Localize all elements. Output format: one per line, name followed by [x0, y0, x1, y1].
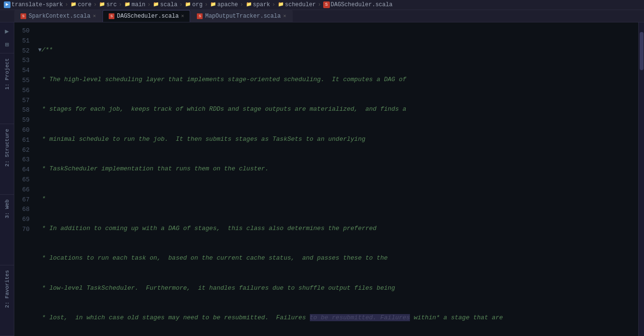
- tab-dagscheduler[interactable]: S DAGScheduler.scala ×: [102, 10, 190, 22]
- tab-bar: S SparkContext.scala × S DAGScheduler.sc…: [0, 10, 644, 22]
- breadcrumb-src[interactable]: src: [106, 1, 117, 8]
- left-sidebar: ▶ ⊞ 1: Project 2: Structure 3: Web 2: Fa…: [0, 22, 14, 336]
- breadcrumb-core[interactable]: core: [78, 1, 92, 8]
- sidebar-favorites-section: 2: Favorites: [0, 265, 14, 336]
- code-editor[interactable]: 50 51 52 53 54 55 56 57 58 59 60 61 62 6…: [14, 22, 644, 336]
- sidebar-web-label[interactable]: 3: Web: [3, 197, 11, 221]
- breadcrumb-dagscheduler[interactable]: DAGScheduler.scala: [331, 1, 393, 8]
- breadcrumb-spark[interactable]: spark: [253, 1, 270, 8]
- sidebar-project-section: 1: Project: [0, 53, 14, 124]
- folder-apache-icon: 📁: [210, 1, 216, 8]
- folder-scheduler-icon: 📁: [277, 1, 284, 8]
- sidebar-favorites-label[interactable]: 2: Favorites: [3, 267, 11, 311]
- sparkcontext-file-icon: S: [20, 13, 26, 19]
- folder-spark-icon: 📁: [245, 1, 252, 8]
- tab-mapoutputtracker-label: MapOutputTracker.scala: [205, 13, 280, 20]
- sidebar-run-icon[interactable]: ▶: [0, 24, 14, 38]
- breadcrumb-bar: ▶ translate-spark › 📁 core › 📁 src › 📁 m…: [0, 0, 644, 10]
- dagscheduler-file-icon: S: [109, 13, 114, 19]
- tab-sparkcontext-close[interactable]: ×: [93, 13, 96, 19]
- breadcrumb-main[interactable]: main: [132, 1, 145, 8]
- breadcrumb-scala[interactable]: scala: [160, 1, 177, 8]
- folder-main-icon: 📁: [124, 1, 131, 8]
- main-area: ▶ ⊞ 1: Project 2: Structure 3: Web 2: Fa…: [0, 22, 644, 336]
- sidebar-top-section: ▶ ⊞: [0, 22, 14, 53]
- sidebar-web-section: 3: Web: [0, 195, 14, 265]
- scrollbar[interactable]: [638, 22, 644, 336]
- sidebar-structure-section: 2: Structure: [0, 124, 14, 195]
- code-content: ▼/** * The high-level scheduling layer t…: [33, 22, 638, 336]
- breadcrumb-org[interactable]: org: [192, 1, 203, 8]
- mapoutputtracker-file-icon: S: [197, 13, 203, 19]
- tab-mapoutputtracker[interactable]: S MapOutputTracker.scala ×: [191, 10, 292, 22]
- sidebar-grid-icon[interactable]: ⊞: [0, 38, 14, 51]
- tab-sparkcontext-label: SparkContext.scala: [29, 13, 91, 20]
- breadcrumb-apache[interactable]: apache: [217, 1, 238, 8]
- tab-mapoutputtracker-close[interactable]: ×: [283, 13, 286, 19]
- sidebar-structure-label[interactable]: 2: Structure: [3, 126, 11, 169]
- folder-core-icon: 📁: [70, 1, 77, 8]
- folder-scala-icon: 📁: [153, 1, 159, 8]
- breadcrumb-translate-spark[interactable]: translate-spark: [11, 1, 63, 8]
- breadcrumb-scheduler[interactable]: scheduler: [285, 1, 316, 8]
- project-icon: ▶: [4, 1, 10, 8]
- tab-dagscheduler-close[interactable]: ×: [181, 13, 184, 19]
- folder-src-icon: 📁: [99, 1, 105, 8]
- scala-file-icon: S: [323, 1, 330, 8]
- scroll-thumb[interactable]: [640, 32, 644, 70]
- tab-sparkcontext[interactable]: S SparkContext.scala ×: [14, 10, 102, 22]
- folder-org-icon: 📁: [184, 1, 191, 8]
- sidebar-project-label[interactable]: 1: Project: [3, 55, 11, 93]
- tab-dagscheduler-label: DAGScheduler.scala: [117, 13, 179, 20]
- line-numbers: 50 51 52 53 54 55 56 57 58 59 60 61 62 6…: [14, 22, 33, 336]
